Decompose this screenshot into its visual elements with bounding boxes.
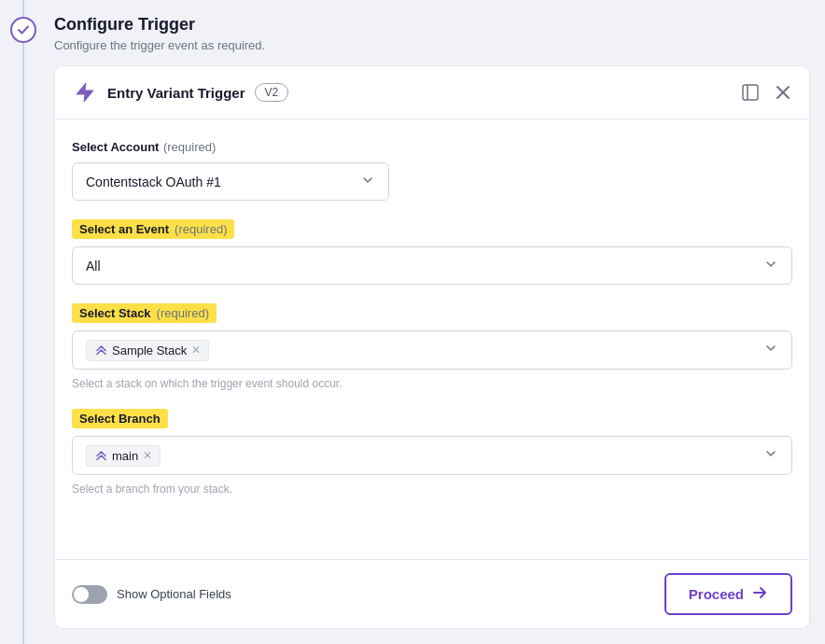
branch-tags-container: main ✕ [86,445,763,467]
stack-hint: Select a stack on which the trigger even… [72,377,792,390]
version-badge: V2 [255,83,289,102]
svg-rect-0 [743,85,758,100]
card-body: Select Account (required) Contentstack O… [55,119,809,559]
account-label-text: Select Account [72,140,159,154]
stack-tag-sample-stack: Sample Stack ✕ [86,340,209,361]
branch-tag-label: main [112,449,138,463]
toggle-label: Show Optional Fields [117,587,231,601]
account-dropdown[interactable]: Contentstack OAuth #1 [72,162,389,201]
select-event-label: Select an Event(required) [72,219,792,239]
page-title: Configure Trigger [54,15,810,35]
branch-highlight-label: Select Branch [72,409,168,428]
stack-highlight-label: Select Stack(required) [72,303,217,323]
card-title: Entry Variant Trigger [107,85,245,101]
stack-chevron-icon [763,341,778,359]
event-dropdown[interactable]: All [72,246,792,285]
event-chevron-icon [763,257,778,274]
select-branch-label: Select Branch [72,409,792,428]
select-account-label: Select Account (required) [72,138,792,155]
toggle-knob [74,587,89,602]
sidebar-step-indicator [10,17,36,43]
account-chevron-icon [360,173,375,190]
close-button[interactable] [774,83,792,102]
card-header-left: Entry Variant Trigger V2 [72,79,288,105]
account-selected-value: Contentstack OAuth #1 [86,175,221,189]
expand-button[interactable] [740,82,761,103]
branch-dropdown[interactable]: main ✕ [72,436,792,475]
stack-tag-icon [94,343,107,357]
select-event-section: Select an Event(required) All [72,219,792,285]
branch-chevron-icon [763,446,778,465]
event-selected-value: All [86,259,101,273]
stack-tag-close-icon[interactable]: ✕ [191,344,201,356]
sidebar [0,0,47,644]
select-stack-section: Select Stack(required) Sample S [72,303,792,390]
card-header-right [740,82,792,103]
optional-fields-toggle[interactable] [72,585,107,604]
branch-hint: Select a branch from your stack. [72,483,792,496]
stack-dropdown[interactable]: Sample Stack ✕ [72,330,792,370]
page-subtitle: Configure the trigger event as required. [54,38,810,52]
proceed-button[interactable]: Proceed [664,573,792,615]
stack-tag-label: Sample Stack [112,343,187,357]
configure-trigger-card: Entry Variant Trigger V2 [54,65,810,629]
select-account-section: Select Account (required) Contentstack O… [72,138,792,201]
sidebar-line [22,0,24,644]
account-required-text: (required) [163,140,216,154]
card-header: Entry Variant Trigger V2 [55,66,809,119]
select-stack-label: Select Stack(required) [72,303,792,323]
main-content: Configure Trigger Configure the trigger … [47,0,825,644]
optional-fields-toggle-container[interactable]: Show Optional Fields [72,585,231,604]
entry-variant-trigger-icon [72,79,98,105]
card-footer: Show Optional Fields Proceed [55,559,809,628]
select-branch-section: Select Branch main [72,409,792,496]
branch-tag-main: main ✕ [86,445,161,467]
proceed-label: Proceed [689,586,744,602]
event-highlight-label: Select an Event(required) [72,219,234,239]
proceed-arrow-icon [751,584,768,604]
branch-tag-close-icon[interactable]: ✕ [143,450,152,461]
stack-tags-container: Sample Stack ✕ [86,340,763,361]
branch-tag-icon [94,449,107,462]
